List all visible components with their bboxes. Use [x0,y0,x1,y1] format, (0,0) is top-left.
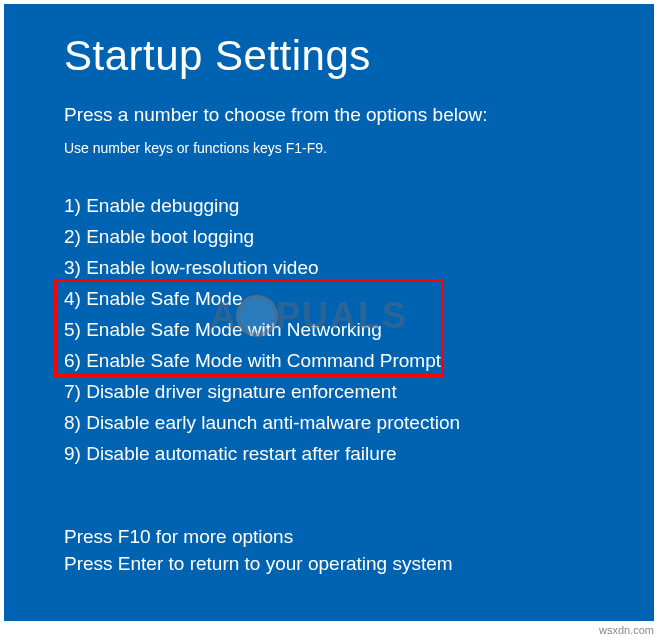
attribution-text: wsxdn.com [599,624,654,636]
instruction-text: Press a number to choose from the option… [64,104,602,126]
option-disable-auto-restart[interactable]: 9) Disable automatic restart after failu… [64,438,602,469]
hint-text: Use number keys or functions keys F1-F9. [64,140,602,156]
option-safe-mode-networking[interactable]: 5) Enable Safe Mode with Networking [64,314,602,345]
option-safe-mode-command-prompt[interactable]: 6) Enable Safe Mode with Command Prompt [64,345,602,376]
options-list: 1) Enable debugging 2) Enable boot loggi… [64,190,602,469]
option-debugging[interactable]: 1) Enable debugging [64,190,602,221]
option-disable-driver-signature[interactable]: 7) Disable driver signature enforcement [64,376,602,407]
option-safe-mode[interactable]: 4) Enable Safe Mode [64,283,602,314]
option-low-resolution[interactable]: 3) Enable low-resolution video [64,252,602,283]
footer-return: Press Enter to return to your operating … [64,550,602,577]
option-disable-anti-malware[interactable]: 8) Disable early launch anti-malware pro… [64,407,602,438]
option-boot-logging[interactable]: 2) Enable boot logging [64,221,602,252]
footer-more-options: Press F10 for more options [64,523,602,550]
startup-settings-screen: Startup Settings Press a number to choos… [4,4,654,621]
page-title: Startup Settings [64,32,602,80]
